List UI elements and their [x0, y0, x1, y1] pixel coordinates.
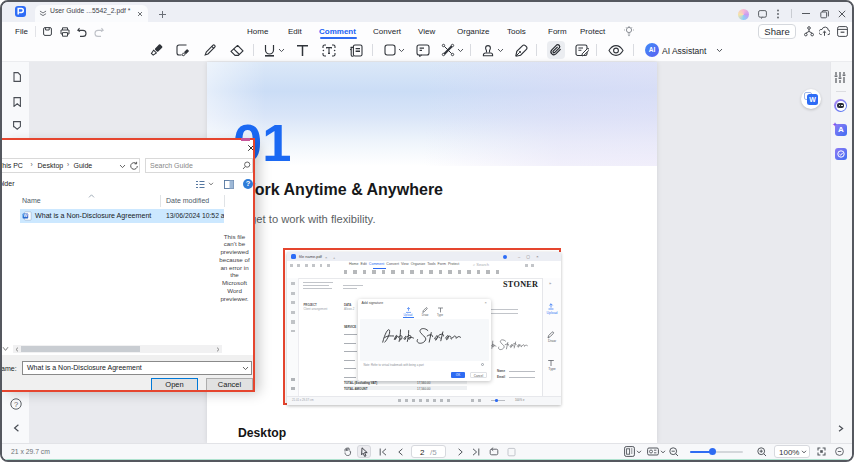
- svg-text:?: ?: [14, 400, 18, 409]
